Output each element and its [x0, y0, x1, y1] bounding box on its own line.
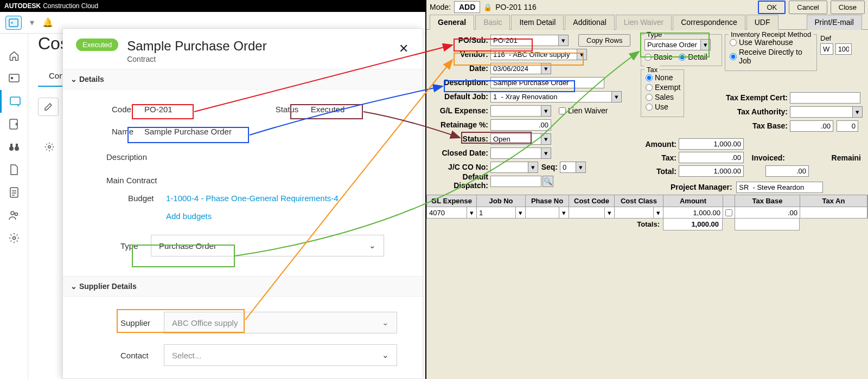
add-budgets-link[interactable]: Add budgets	[166, 211, 212, 221]
tab-correspondence[interactable]: Correspondence	[673, 15, 745, 30]
members-icon[interactable]	[0, 204, 28, 227]
retainage-input[interactable]	[490, 119, 551, 131]
cell-checkbox[interactable]	[723, 207, 735, 218]
tax-use-radio[interactable]	[646, 104, 653, 111]
cell-dd[interactable]: ▾	[559, 207, 569, 218]
contact-select[interactable]: Select... ⌄	[164, 344, 397, 366]
type-select[interactable]: Purchase Order ⌄	[151, 235, 384, 256]
def-j-input[interactable]	[835, 43, 852, 55]
tab-udf[interactable]: UDF	[746, 15, 778, 30]
tab-lien-waiver[interactable]: Lien Waiver	[616, 15, 672, 30]
dropdown-icon[interactable]: ▾	[528, 162, 538, 173]
warehouse-radio[interactable]	[730, 39, 737, 46]
cell-dd[interactable]: ▾	[605, 207, 615, 218]
dropdown-icon[interactable]: ▾	[541, 133, 551, 145]
toolbar-dropdown-icon[interactable]: ▾	[30, 17, 34, 28]
cell-dd[interactable]: ▾	[467, 207, 477, 218]
report-icon[interactable]	[0, 181, 28, 204]
posub-input[interactable]	[490, 35, 559, 46]
module-switcher-icon[interactable]	[5, 16, 22, 30]
detail-radio[interactable]	[679, 54, 686, 61]
dropdown-icon[interactable]: ▾	[701, 39, 711, 50]
seq-input[interactable]	[560, 162, 576, 173]
tab-general[interactable]: General	[430, 15, 474, 30]
grid-row[interactable]: 4070▾ 1▾ ▾ ▾ ▾ 1,000.00 .00	[426, 207, 868, 219]
tax-auth-input[interactable]	[790, 106, 853, 118]
cell-taxan[interactable]	[800, 207, 867, 218]
cell-taxbase[interactable]: .00	[735, 207, 800, 218]
cell-gl[interactable]: 4070	[427, 207, 467, 218]
dropdown-icon[interactable]: ▾	[612, 91, 622, 102]
search-icon[interactable]: 🔍	[542, 176, 553, 187]
home-icon[interactable]	[0, 44, 28, 67]
dropdown-icon[interactable]: ▾	[541, 147, 551, 159]
dropdown-icon[interactable]: ▾	[541, 63, 551, 74]
def-w-input[interactable]	[820, 43, 833, 55]
dispatch-input[interactable]	[490, 176, 541, 187]
cell-dd[interactable]: ▾	[516, 207, 526, 218]
type-combo[interactable]	[644, 39, 701, 50]
tax-cert-input[interactable]	[790, 92, 860, 104]
status-input[interactable]	[490, 133, 541, 145]
date-input[interactable]	[490, 63, 541, 74]
cell-amount[interactable]: 1,000.00	[663, 207, 723, 218]
tax-amt-input[interactable]	[679, 152, 744, 163]
tab-additional[interactable]: Additional	[565, 15, 615, 30]
details-section-header[interactable]: ⌄ Details	[63, 69, 423, 89]
copy-rows-button[interactable]: Copy Rows	[578, 34, 630, 47]
tab-print-email[interactable]: Print/E-mail	[807, 15, 862, 30]
basic-radio[interactable]	[644, 54, 652, 61]
binoculars-icon[interactable]	[0, 136, 28, 158]
supplier-section-header[interactable]: ⌄ Supplier Details	[63, 276, 423, 297]
ok-button[interactable]: OK	[758, 1, 786, 14]
vendor-input[interactable]	[490, 49, 577, 60]
invoiced-input[interactable]	[765, 165, 809, 177]
tax-sales-radio[interactable]	[646, 94, 653, 101]
cell-job[interactable]: 1	[477, 207, 516, 218]
cost-icon[interactable]	[0, 90, 28, 113]
cell-costclass[interactable]	[615, 207, 654, 218]
total-input[interactable]	[679, 165, 744, 177]
close-button[interactable]: Close	[831, 1, 865, 14]
pm-input[interactable]	[736, 182, 823, 193]
gear-icon[interactable]	[39, 138, 60, 156]
tab-basic[interactable]: Basic	[475, 15, 510, 30]
default-job-input[interactable]	[490, 91, 612, 102]
dropdown-icon[interactable]: ▾	[577, 49, 587, 60]
notification-icon[interactable]: 🔔	[42, 17, 53, 28]
supplier-value: ABC Office supply	[172, 318, 238, 327]
receive-job-radio[interactable]	[730, 53, 737, 60]
document-icon[interactable]	[0, 158, 28, 181]
budget-value[interactable]: 1-1000-4 - Phase One-General Requirement…	[166, 194, 339, 203]
tab-item-detail[interactable]: Item Detail	[511, 15, 564, 30]
settings-icon[interactable]	[0, 227, 28, 249]
dropdown-icon[interactable]: ▾	[541, 105, 551, 117]
close-icon[interactable]: ✕	[399, 42, 409, 56]
tax-base-input[interactable]	[790, 120, 833, 132]
description-input[interactable]	[490, 77, 604, 88]
tax-sales-label: Sales	[655, 93, 674, 101]
edit-icon[interactable]	[38, 98, 59, 116]
dropdown-icon[interactable]: ▾	[559, 35, 569, 46]
tax-cert-label: Tax Exempt Cert:	[725, 93, 790, 102]
svg-rect-4	[10, 97, 20, 105]
dropdown-icon[interactable]: ▾	[576, 162, 586, 173]
jcco-input[interactable]	[490, 162, 528, 173]
tax-pct-input[interactable]	[837, 120, 858, 132]
dropdown-icon[interactable]: ▾	[853, 106, 863, 118]
closed-date-input[interactable]	[490, 147, 541, 159]
module-icon-1[interactable]	[0, 67, 28, 90]
tax-exempt-radio[interactable]	[646, 84, 653, 91]
amount-input[interactable]	[679, 138, 744, 150]
cell-costcode[interactable]	[569, 207, 605, 218]
cell-phase[interactable]	[526, 207, 559, 218]
cancel-button[interactable]: Cancel	[789, 1, 827, 14]
lien-waiver-checkbox[interactable]	[559, 107, 566, 114]
gl-expense-input[interactable]	[490, 105, 541, 117]
product-name: Construction Cloud	[43, 2, 98, 10]
hdr-taxbase: Tax Base	[735, 195, 800, 207]
supplier-select[interactable]: ABC Office supply ⌄	[164, 312, 397, 333]
export-icon[interactable]	[0, 113, 28, 136]
cell-dd[interactable]: ▾	[654, 207, 663, 218]
tax-none-radio[interactable]	[646, 74, 653, 81]
